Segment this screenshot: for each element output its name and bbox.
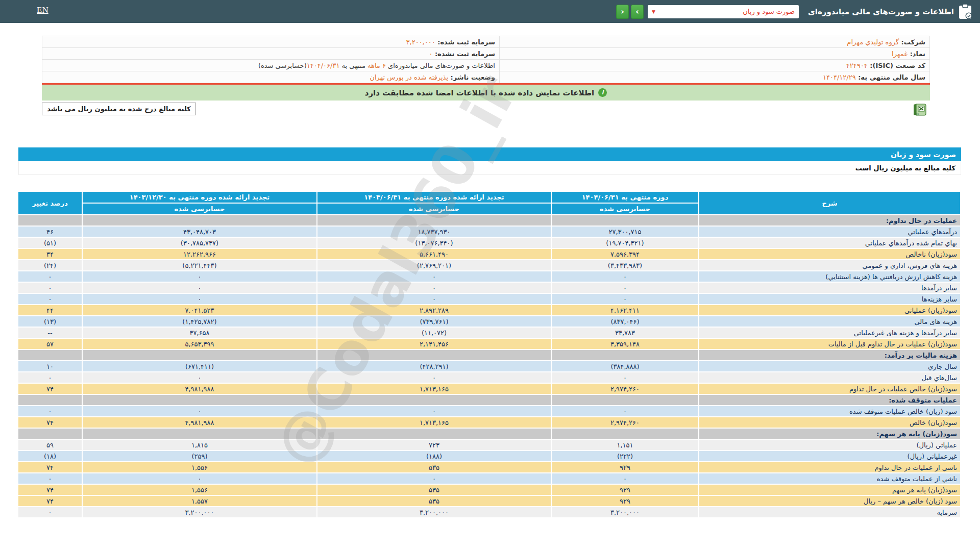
- info-value: ۴۲۴۹۰۴: [846, 62, 868, 69]
- info-cell: سال مالی منتهی به: ۱۴۰۴/۱۲/۲۹: [499, 71, 929, 83]
- table-row: سود (زيان) خالص هر سهم – ريال۹۲۹۵۳۵۱,۵۵۷…: [18, 495, 961, 507]
- row-value: (۱۹,۷۰۴,۳۲۱): [551, 237, 699, 248]
- row-value: (۷۳۹,۷۶۱): [317, 316, 551, 327]
- row-value: ۴,۱۶۲,۴۱۱: [551, 305, 699, 316]
- row-percent-change: ۰: [18, 271, 82, 282]
- row-value: ۰: [317, 473, 551, 484]
- row-value: ۰: [317, 372, 551, 383]
- row-value: ۰: [317, 406, 551, 417]
- page: { "colors":{ "topbar_bg":"#3b5661","acce…: [0, 0, 980, 551]
- row-percent-change: (۲۴): [18, 260, 82, 271]
- info-label: شرکت:: [899, 38, 925, 46]
- row-label: سال جاري: [699, 361, 961, 372]
- row-value: ۵,۶۶۱,۴۹۰: [317, 248, 551, 260]
- row-value: ۰: [551, 282, 699, 293]
- language-switch-en-link[interactable]: EN: [37, 5, 48, 15]
- table-row: هزینه کاهش ارزش دریافتني ها (هزینه استثن…: [18, 271, 961, 282]
- row-section-cell: [551, 394, 699, 406]
- table-row: سود(زيان) عملیات در حال تداوم قبل از مال…: [18, 338, 961, 349]
- row-percent-change: ۱۰: [18, 361, 82, 372]
- nav-forward-button[interactable]: ›: [631, 5, 644, 19]
- row-value: ۴,۹۸۱,۹۸۸: [82, 417, 317, 428]
- row-percent-change: ۵۷: [18, 338, 82, 349]
- row-percent-change: ۵۹: [18, 439, 82, 450]
- row-label: بهاي تمام شده درآمدهاي عملياتي: [699, 237, 961, 248]
- row-label: سود (زیان) خالص عملیات متوقف شده: [699, 406, 961, 417]
- row-label: عملياتي (ريال): [699, 439, 961, 450]
- row-value: ۲,۹۷۴,۲۶۰: [551, 417, 699, 428]
- topbar-cluster: اطلاعات و صورت‌های مالی میاندوره‌ای صورت…: [616, 4, 973, 20]
- company-info-table: شرکت: گروه توليدي مهرامسرمایه ثبت شده: ۳…: [42, 36, 930, 83]
- row-label: غیرعملیاتي (ریال): [699, 450, 961, 462]
- row-percent-change: ۴۴: [18, 305, 82, 316]
- table-row: سال‌هاي قبل۰۰۰۰: [18, 372, 961, 383]
- row-percent-change: (۱۸): [18, 450, 82, 462]
- row-label: سود(زيان) پايه هر سهم: [699, 484, 961, 495]
- row-value: ۴۳,۰۴۸,۷۰۳: [82, 226, 317, 237]
- info-row: سال مالی منتهی به: ۱۴۰۴/۱۲/۲۹وضعیت ناشر:…: [42, 71, 930, 83]
- row-percent-change: (۱۳): [18, 316, 82, 327]
- info-label: سال مالی منتهی به:: [856, 73, 925, 81]
- info-label: وضعیت ناشر:: [448, 73, 495, 81]
- row-value: ۰: [82, 406, 317, 417]
- row-section-cell: [82, 394, 317, 406]
- excel-export-icon[interactable]: xls: [914, 103, 928, 117]
- info-label: نماد:: [908, 50, 925, 58]
- info-value: ۳,۲۰۰,۰۰۰: [406, 38, 435, 46]
- row-value: (۱,۴۲۵,۷۸۲): [82, 316, 317, 327]
- row-value: ۰: [551, 473, 699, 484]
- row-value: (۴۲۸,۲۹۱): [317, 361, 551, 372]
- table-row: عملياتي (ريال)۱,۱۵۱۷۲۳۱,۸۱۵۵۹: [18, 439, 961, 450]
- row-section-cell: [317, 428, 551, 439]
- page-title: اطلاعات و صورت‌های مالی میاندوره‌ای: [808, 7, 954, 16]
- info-value: پذیرفته شده در بورس تهران: [370, 73, 448, 81]
- row-label: هزینه های مالی: [699, 316, 961, 327]
- nav-back-button[interactable]: ‹: [616, 5, 629, 19]
- row-value: ۰: [551, 293, 699, 305]
- row-section-cell: [82, 349, 317, 361]
- table-row: سود(زیان) پایه هر سهم:: [18, 428, 961, 439]
- row-label: سایر هزینه‌ها: [699, 293, 961, 305]
- report-type-dropdown[interactable]: صورت سود و زیان ▼: [648, 5, 799, 18]
- row-section-cell: [551, 349, 699, 361]
- row-label: سود(زيان) خالص عملیات در حال تداوم: [699, 383, 961, 394]
- row-label: هزینه کاهش ارزش دریافتني ها (هزینه استثن…: [699, 271, 961, 282]
- company-info-section: شرکت: گروه توليدي مهرامسرمایه ثبت شده: ۳…: [42, 36, 930, 118]
- info-label: سرمایه ثبت نشده:: [432, 50, 495, 58]
- row-section-cell: [18, 428, 82, 439]
- row-value: ۰: [82, 473, 317, 484]
- row-value: ۹۲۹: [551, 484, 699, 495]
- row-value: (۱۳,۰۷۶,۴۴۰): [317, 237, 551, 248]
- row-value: ۳,۲۰۰,۰۰۰: [82, 507, 317, 518]
- info-value: غمهرا: [892, 50, 908, 58]
- row-value: ۰: [317, 271, 551, 282]
- table-row: سایر درآمدها و هزینه های غیرعملیاتی۳۳,۷۸…: [18, 327, 961, 338]
- row-value: ۱۸,۷۳۷,۹۳۰: [317, 226, 551, 237]
- row-label: سال‌هاي قبل: [699, 372, 961, 383]
- info-row: نماد: غمهراسرمایه ثبت نشده: ۰: [42, 48, 930, 60]
- table-row: سایر درآمدها۰۰۰۰: [18, 282, 961, 293]
- info-label: سرمایه ثبت شده:: [435, 38, 495, 46]
- header-period-restated-mid: تجدید ارائه شده دوره منتهی به ۱۴۰۳/۰۶/۳۱: [317, 191, 551, 203]
- header-period-restated-annual: تجدید ارائه شده دوره منتهی به ۱۴۰۳/۱۲/۳۰: [82, 191, 317, 203]
- header-period-current: دوره منتهی به ۱۴۰۴/۰۶/۳۱: [551, 191, 699, 203]
- row-value: ۱,۱۵۱: [551, 439, 699, 450]
- header-audited-3: حسابرسی شده: [82, 203, 317, 215]
- table-row: عملیات متوقف شده:: [18, 394, 961, 406]
- table-row: هزینه مالیات بر درآمد:: [18, 349, 961, 361]
- info-cell: کد صنعت (ISIC): ۴۲۴۹۰۴: [499, 60, 929, 71]
- top-navigation-bar: اطلاعات و صورت‌های مالی میاندوره‌ای صورت…: [0, 0, 980, 23]
- row-value: ۹۲۹: [551, 462, 699, 473]
- row-value: ۷,۰۴۱,۵۲۳: [82, 305, 317, 316]
- row-value: (۳۰,۷۸۵,۷۳۷): [82, 237, 317, 248]
- unit-note-box: کلیه مبالغ درج شده به میلیون ریال می باش…: [42, 103, 196, 115]
- table-row: درآمدهاي عملياتي۲۷,۳۰۰,۷۱۵۱۸,۷۳۷,۹۳۰۴۳,۰…: [18, 226, 961, 237]
- row-label: سود(زيان) خالص: [699, 417, 961, 428]
- row-value: (۲۲۲): [551, 450, 699, 462]
- row-section-label: عملیات متوقف شده:: [699, 394, 961, 406]
- info-cell: وضعیت ناشر: پذیرفته شده در بورس تهران: [42, 71, 500, 83]
- row-value: ۳,۲۰۰,۰۰۰: [551, 507, 699, 518]
- row-percent-change: ۷۴: [18, 383, 82, 394]
- row-value: ۰: [551, 406, 699, 417]
- info-cell: اطلاعات و صورت‌های مالی میاندوره‌ای ۶ ما…: [42, 60, 500, 71]
